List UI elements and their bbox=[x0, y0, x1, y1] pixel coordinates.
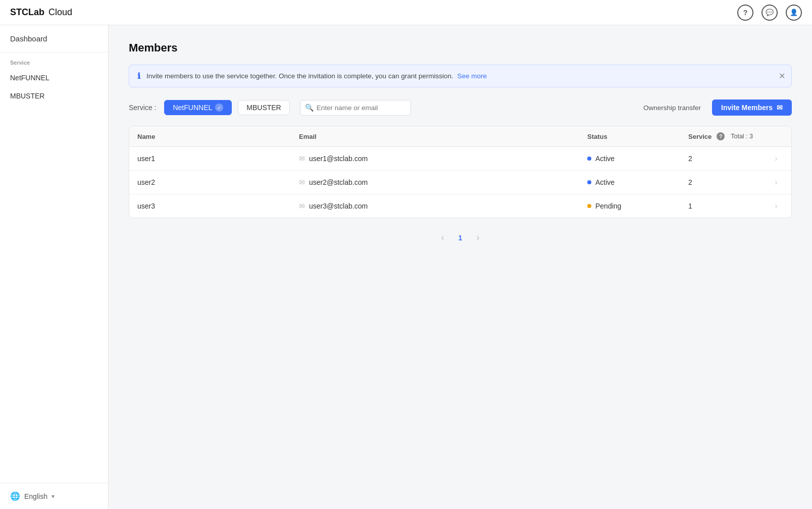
email-icon: ✉ bbox=[299, 178, 305, 186]
service-filter-netfunnel[interactable]: NetFUNNEL ✓ bbox=[164, 100, 232, 115]
logo-cloud: Cloud bbox=[48, 7, 72, 18]
sidebar-section-service: Service bbox=[0, 53, 108, 69]
cell-status-user2: Active bbox=[579, 171, 680, 193]
main-layout: Dashboard Service NetFUNNEL MBUSTER 🌐 En… bbox=[0, 25, 812, 509]
search-icon: 🔍 bbox=[305, 104, 314, 112]
table-row[interactable]: user1 ✉ user1@stclab.com Active 2 › bbox=[129, 147, 791, 171]
email-icon: ✉ bbox=[299, 202, 305, 210]
banner-text: Invite members to use the service togeth… bbox=[146, 72, 783, 80]
table-row[interactable]: user2 ✉ user2@stclab.com Active 2 › bbox=[129, 171, 791, 194]
status-dot-active bbox=[587, 180, 591, 184]
col-email: Email bbox=[291, 126, 579, 146]
pagination: ‹ 1 › bbox=[129, 230, 792, 245]
search-input[interactable] bbox=[300, 100, 411, 116]
sidebar-language-selector[interactable]: 🌐 English ▾ bbox=[0, 483, 108, 509]
chat-icon[interactable]: 💬 bbox=[762, 5, 778, 21]
search-wrap: 🔍 bbox=[300, 100, 411, 116]
col-status: Status bbox=[579, 126, 680, 146]
page-title: Members bbox=[129, 41, 792, 55]
cell-service-user2: 2 bbox=[680, 171, 761, 193]
status-dot-pending bbox=[587, 204, 591, 208]
app-container: STCLab Cloud ? 💬 👤 Dashboard Service Net… bbox=[0, 0, 812, 509]
status-dot-active bbox=[587, 157, 591, 161]
cell-status-user3: Pending bbox=[579, 195, 680, 217]
banner-close-button[interactable]: ✕ bbox=[779, 72, 785, 80]
sidebar: Dashboard Service NetFUNNEL MBUSTER 🌐 En… bbox=[0, 25, 109, 509]
email-icon: ✉ bbox=[299, 155, 305, 163]
service-help-icon[interactable]: ? bbox=[717, 132, 725, 140]
see-more-link[interactable]: See more bbox=[458, 72, 487, 80]
language-label: English bbox=[24, 492, 47, 500]
cell-service-user1: 2 bbox=[680, 147, 761, 170]
cell-name-user3: user3 bbox=[129, 195, 291, 217]
row-detail-arrow-user3[interactable]: › bbox=[761, 194, 791, 218]
netfunnel-check-icon: ✓ bbox=[215, 104, 223, 112]
header-icons: ? 💬 👤 bbox=[737, 5, 802, 21]
app-header: STCLab Cloud ? 💬 👤 bbox=[0, 0, 812, 25]
members-table: Name Email Status Service ? Total : 3 us… bbox=[129, 126, 792, 218]
cell-service-user3: 1 bbox=[680, 195, 761, 217]
invite-label: Invite Members bbox=[721, 104, 773, 112]
service-filter-mbuster[interactable]: MBUSTER bbox=[238, 100, 289, 115]
help-icon[interactable]: ? bbox=[737, 5, 753, 21]
row-detail-arrow-user1[interactable]: › bbox=[761, 147, 791, 170]
cell-status-user1: Active bbox=[579, 147, 680, 170]
ownership-transfer-button[interactable]: Ownership transfer bbox=[638, 101, 706, 115]
col-name: Name bbox=[129, 126, 291, 146]
filter-actions: Ownership transfer Invite Members ✉ bbox=[638, 99, 792, 116]
cell-name-user2: user2 bbox=[129, 171, 291, 193]
logo-stclab: STCLab bbox=[10, 7, 44, 18]
info-banner: ℹ Invite members to use the service toge… bbox=[129, 65, 792, 87]
cell-email-user1: ✉ user1@stclab.com bbox=[291, 147, 579, 170]
cell-email-user3: ✉ user3@stclab.com bbox=[291, 195, 579, 217]
mail-icon: ✉ bbox=[777, 104, 783, 112]
col-action bbox=[761, 126, 791, 146]
prev-page-button[interactable]: ‹ bbox=[437, 230, 448, 245]
invite-members-button[interactable]: Invite Members ✉ bbox=[712, 99, 792, 116]
user-icon[interactable]: 👤 bbox=[786, 5, 802, 21]
sidebar-item-dashboard[interactable]: Dashboard bbox=[0, 25, 108, 53]
page-number-1[interactable]: 1 bbox=[453, 232, 468, 244]
row-detail-arrow-user2[interactable]: › bbox=[761, 171, 791, 194]
chevron-down-icon: ▾ bbox=[52, 493, 55, 500]
info-icon: ℹ bbox=[137, 71, 140, 81]
table-row[interactable]: user3 ✉ user3@stclab.com Pending 1 › bbox=[129, 194, 791, 218]
next-page-button[interactable]: › bbox=[472, 230, 483, 245]
cell-name-user1: user1 bbox=[129, 147, 291, 170]
globe-icon: 🌐 bbox=[10, 491, 20, 501]
sidebar-item-mbuster[interactable]: MBUSTER bbox=[0, 87, 108, 105]
netfunnel-label: NetFUNNEL bbox=[173, 104, 212, 112]
filter-bar: Service : NetFUNNEL ✓ MBUSTER 🔍 Ownershi… bbox=[129, 99, 792, 116]
sidebar-item-netfunnel[interactable]: NetFUNNEL bbox=[0, 69, 108, 87]
cell-email-user2: ✉ user2@stclab.com bbox=[291, 171, 579, 193]
app-logo: STCLab Cloud bbox=[10, 7, 72, 18]
total-badge: Total : 3 bbox=[731, 133, 753, 140]
table-header: Name Email Status Service ? Total : 3 bbox=[129, 126, 791, 147]
service-filter-label: Service : bbox=[129, 104, 156, 112]
col-service: Service ? Total : 3 bbox=[680, 126, 761, 146]
main-content: Members ℹ Invite members to use the serv… bbox=[109, 25, 812, 509]
